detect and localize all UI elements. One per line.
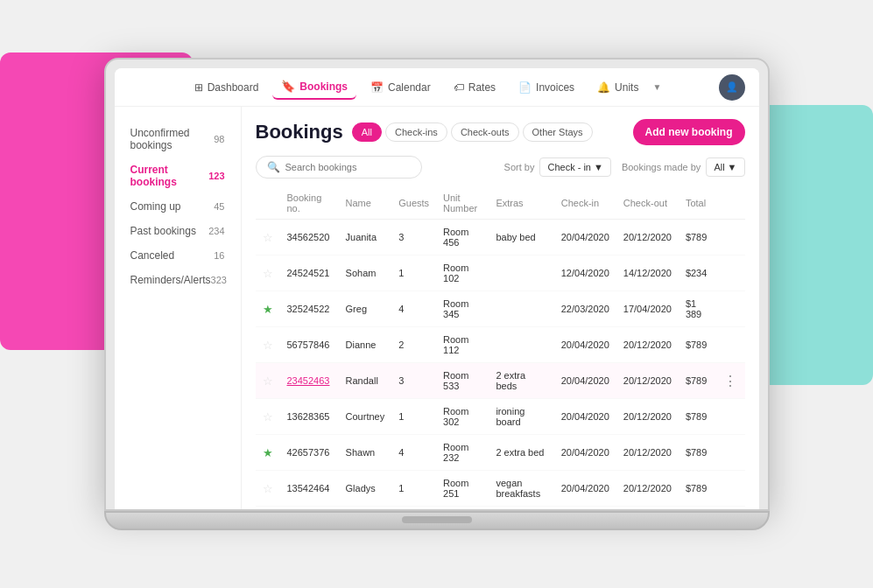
- extras-cell: 2 extra beds: [489, 363, 553, 399]
- main-area: Unconfirmed bookings 98 Current bookings…: [115, 107, 759, 509]
- search-box[interactable]: 🔍: [256, 156, 422, 178]
- nav-item-units[interactable]: 🔔 Units: [588, 76, 647, 99]
- chevron-down-icon: ▼: [594, 162, 603, 172]
- star-cell[interactable]: ★: [256, 507, 280, 510]
- star-icon[interactable]: ☆: [263, 482, 273, 495]
- star-cell[interactable]: ★: [256, 291, 280, 327]
- sidebar-item-reminders[interactable]: Reminders/Alerts 323: [125, 268, 230, 292]
- table-header: Booking no. Name Guests Unit Number Extr…: [256, 187, 745, 220]
- actions-cell: [716, 399, 745, 435]
- sidebar-item-past[interactable]: Past bookings 234: [125, 219, 230, 243]
- checkout-cell: 14/12/2020: [616, 256, 679, 291]
- guests-cell: 2: [391, 507, 436, 510]
- actions-cell: [716, 507, 745, 510]
- actions-cell: [716, 256, 745, 291]
- sidebar-item-coming-up[interactable]: Coming up 45: [125, 194, 230, 219]
- unit-cell: Room 456: [436, 220, 489, 256]
- star-icon[interactable]: ☆: [263, 267, 273, 280]
- name-cell: Tyrone: [339, 507, 392, 510]
- star-cell[interactable]: ★: [256, 435, 280, 471]
- sidebar-badge-coming-up: 45: [214, 201, 224, 212]
- add-booking-button[interactable]: Add new booking: [633, 119, 745, 145]
- search-input[interactable]: [285, 162, 408, 172]
- actions-cell: [716, 291, 745, 327]
- booking-no-cell: 23452463: [280, 363, 339, 399]
- extras-cell: [489, 291, 553, 327]
- bookings-made-dropdown[interactable]: All ▼: [706, 158, 744, 177]
- nav-item-bookings[interactable]: 🔖 Bookings: [272, 74, 356, 100]
- tab-checkouts[interactable]: Check-outs: [451, 122, 519, 142]
- extras-cell: vegan breakfasts: [489, 471, 553, 507]
- bookings-made-value: All: [714, 162, 724, 172]
- nav-item-dashboard[interactable]: ⊞ Dashboard: [186, 76, 268, 99]
- guests-cell: 1: [391, 471, 436, 507]
- name-cell: Shawn: [339, 435, 392, 471]
- star-icon[interactable]: ★: [263, 303, 273, 316]
- actions-cell: [716, 220, 745, 256]
- total-cell: $789: [679, 435, 716, 471]
- table-row: ☆ 56757846 Dianne 2 Room 112 20/04/2020 …: [256, 327, 745, 363]
- tab-checkins[interactable]: Check-ins: [385, 122, 447, 142]
- col-booking-no: Booking no.: [280, 187, 339, 220]
- col-name: Name: [339, 187, 392, 220]
- star-icon[interactable]: ☆: [263, 374, 273, 388]
- table-row: ☆ 13542464 Gladys 1 Room 251 vegan break…: [256, 471, 745, 507]
- star-icon[interactable]: ☆: [263, 231, 273, 244]
- sidebar-label-current: Current bookings: [130, 164, 209, 188]
- top-navigation: ⊞ Dashboard 🔖 Bookings 📅 Calendar 🏷: [115, 68, 759, 107]
- star-cell[interactable]: ☆: [256, 399, 280, 435]
- sidebar-item-canceled[interactable]: Canceled 16: [125, 243, 230, 268]
- checkout-cell: 20/12/2020: [616, 363, 679, 399]
- tab-other-stays[interactable]: Other Stays: [523, 122, 593, 142]
- guests-cell: 4: [391, 291, 436, 327]
- tab-all[interactable]: All: [352, 122, 382, 142]
- checkin-cell: 20/04/2020: [554, 220, 616, 256]
- nav-label-calendar: Calendar: [388, 81, 431, 94]
- nav-label-invoices: Invoices: [536, 81, 574, 94]
- checkin-cell: 20/04/2020: [554, 507, 616, 510]
- actions-cell: ⋮: [716, 363, 745, 399]
- unit-cell: Room 102: [436, 256, 489, 291]
- star-cell[interactable]: ☆: [256, 327, 280, 363]
- guests-cell: 1: [391, 256, 436, 291]
- unit-cell: Room 302: [436, 399, 489, 435]
- name-cell: Greg: [339, 291, 392, 327]
- extras-cell: [489, 256, 553, 291]
- nav-item-invoices[interactable]: 📄 Invoices: [510, 76, 583, 99]
- booking-no: 56757846: [287, 340, 330, 350]
- actions-cell: [716, 435, 745, 471]
- laptop-screen: ⊞ Dashboard 🔖 Bookings 📅 Calendar 🏷: [104, 58, 770, 511]
- sidebar-label-canceled: Canceled: [130, 249, 175, 262]
- table-row: ☆ 13628365 Courtney 1 Room 302 ironing b…: [256, 399, 745, 435]
- booking-no-link[interactable]: 23452463: [287, 375, 330, 386]
- booking-no: 13628365: [287, 411, 330, 422]
- star-icon[interactable]: ☆: [263, 410, 273, 424]
- sort-dropdown[interactable]: Check - in ▼: [539, 158, 610, 177]
- star-cell[interactable]: ☆: [256, 363, 280, 399]
- star-cell[interactable]: ☆: [256, 471, 280, 507]
- booking-no-cell: 24524521: [280, 256, 339, 291]
- star-icon[interactable]: ☆: [263, 339, 273, 352]
- booking-no: 13542464: [287, 483, 330, 494]
- sidebar-item-unconfirmed[interactable]: Unconfirmed bookings 98: [125, 121, 230, 158]
- bell-icon: 🔔: [597, 81, 610, 94]
- booking-no-cell: 77788983: [280, 507, 339, 510]
- name-cell: Juanita: [339, 220, 392, 256]
- user-avatar[interactable]: 👤: [719, 74, 745, 101]
- file-icon: 📄: [518, 81, 532, 94]
- total-cell: $789: [679, 399, 716, 435]
- star-cell[interactable]: ☆: [256, 256, 280, 291]
- screen-content: ⊞ Dashboard 🔖 Bookings 📅 Calendar 🏷: [115, 68, 759, 509]
- tag-icon: 🏷: [454, 81, 464, 94]
- star-icon[interactable]: ★: [263, 446, 273, 459]
- guests-cell: 2: [391, 327, 436, 363]
- booking-no-cell: 42657376: [280, 435, 339, 471]
- nav-item-calendar[interactable]: 📅 Calendar: [362, 76, 440, 99]
- nav-label-dashboard: Dashboard: [208, 81, 259, 94]
- name-cell: Dianne: [339, 327, 392, 363]
- unit-cell: Room 345: [436, 291, 489, 327]
- row-actions-menu[interactable]: ⋮: [723, 374, 738, 388]
- star-cell[interactable]: ☆: [256, 220, 280, 256]
- nav-item-rates[interactable]: 🏷 Rates: [445, 76, 504, 99]
- sidebar-item-current[interactable]: Current bookings 123: [125, 158, 230, 194]
